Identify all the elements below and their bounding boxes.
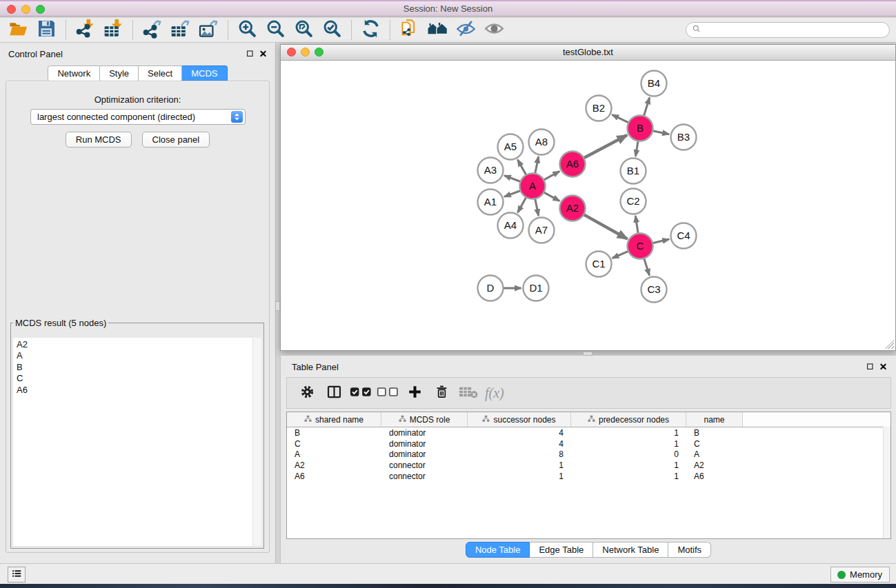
tab-network[interactable]: Network — [48, 65, 100, 82]
network-zoom-button[interactable] — [315, 48, 323, 57]
run-mcds-button[interactable]: Run MCDS — [66, 132, 132, 148]
graph-node-A7[interactable]: A7 — [529, 218, 555, 243]
zoom-in-button[interactable] — [233, 19, 261, 41]
graph-node-A1[interactable]: A1 — [478, 190, 504, 215]
graph-node-A[interactable]: A — [520, 174, 546, 199]
graph-edge-A-A5[interactable] — [518, 160, 526, 175]
graph-edge-C-C4[interactable] — [653, 239, 669, 243]
close-panel-icon[interactable] — [259, 49, 267, 59]
float-panel-icon[interactable] — [246, 49, 254, 59]
refresh-network-button[interactable] — [357, 19, 385, 41]
close-window-button[interactable] — [7, 5, 16, 14]
table-row[interactable]: A2connector11A2 — [287, 460, 890, 471]
graph-node-D[interactable]: D — [478, 276, 504, 301]
graph-edge-A-A7[interactable] — [535, 199, 539, 216]
network-from-file-button[interactable] — [395, 19, 424, 41]
home-view-button[interactable] — [424, 19, 452, 41]
network-window-titlebar[interactable]: testGlobe.txt — [281, 45, 895, 61]
column-header-MCDS-role[interactable]: MCDS role — [381, 412, 468, 427]
export-network-button[interactable] — [138, 19, 166, 41]
show-columns-button[interactable] — [321, 381, 348, 405]
mcds-result-list[interactable]: A2ABCA6 — [13, 338, 253, 546]
deselect-all-rows-button[interactable] — [375, 381, 401, 405]
graph-edge-A2-C[interactable] — [584, 214, 627, 239]
memory-button[interactable]: Memory — [830, 567, 890, 582]
tab-motifs[interactable]: Motifs — [668, 542, 711, 558]
graph-edge-A-A2[interactable] — [544, 192, 559, 201]
graph-edge-B-B4[interactable] — [644, 98, 649, 116]
search-input[interactable] — [701, 25, 884, 36]
graph-node-A4[interactable]: A4 — [498, 213, 524, 239]
show-graphics-details-button[interactable] — [480, 19, 508, 41]
graph-edge-A-A3[interactable] — [504, 176, 521, 182]
graph-node-C2[interactable]: C2 — [621, 189, 646, 214]
import-table-button[interactable] — [99, 19, 128, 41]
zoom-fit-button[interactable] — [290, 19, 318, 41]
minimize-window-button[interactable] — [21, 5, 30, 14]
table-row[interactable]: A6connector11A6 — [287, 471, 890, 482]
export-table-button[interactable] — [166, 19, 195, 41]
graph-edge-B-B1[interactable] — [635, 141, 638, 156]
optimization-criterion-select[interactable]: largest connected component (directed) — [30, 109, 246, 125]
graph-edge-A6-B[interactable] — [584, 135, 627, 158]
graph-node-A8[interactable]: A8 — [529, 130, 555, 155]
close-panel-icon[interactable] — [879, 362, 887, 372]
delete-table-button[interactable] — [455, 381, 482, 405]
graph-edge-C-C1[interactable] — [613, 251, 628, 258]
graph-edge-B-B3[interactable] — [653, 131, 669, 134]
save-session-button[interactable] — [32, 19, 61, 41]
tab-node-table[interactable]: Node Table — [466, 542, 530, 558]
import-network-button[interactable] — [71, 19, 99, 41]
tab-edge-table[interactable]: Edge Table — [530, 542, 593, 558]
close-panel-button[interactable]: Close panel — [142, 132, 210, 148]
apply-function-button[interactable]: f(x) — [482, 385, 504, 401]
graph-node-C[interactable]: C — [628, 234, 653, 259]
graph-node-B2[interactable]: B2 — [586, 96, 612, 121]
graph-edge-C-C2[interactable] — [635, 216, 638, 234]
network-minimize-button[interactable] — [301, 48, 310, 57]
column-header-name[interactable]: name — [686, 412, 743, 427]
graph-node-B3[interactable]: B3 — [671, 125, 697, 150]
graph-node-B4[interactable]: B4 — [641, 71, 667, 97]
graph-node-A3[interactable]: A3 — [478, 158, 504, 183]
graph-node-B[interactable]: B — [628, 116, 653, 141]
graph-node-A6[interactable]: A6 — [560, 152, 586, 177]
graph-edge-A-A8[interactable] — [535, 156, 539, 174]
network-canvas[interactable]: B4B2BB3A5A8A6B1A3AC2A1A2A4A7C4CC1C3DD1 — [281, 61, 895, 350]
column-header-predecessor-nodes[interactable]: predecessor nodes — [571, 412, 686, 427]
graph-node-A5[interactable]: A5 — [498, 134, 524, 160]
graph-edge-A-A6[interactable] — [544, 171, 559, 180]
graph-node-A2[interactable]: A2 — [560, 196, 586, 221]
graph-node-C1[interactable]: C1 — [586, 252, 612, 277]
tab-select[interactable]: Select — [139, 65, 182, 82]
graph-edge-B-B2[interactable] — [612, 114, 628, 123]
graph-node-D1[interactable]: D1 — [524, 276, 549, 301]
column-header-successor-nodes[interactable]: successor nodes — [468, 412, 571, 427]
float-panel-icon[interactable] — [866, 362, 874, 372]
graph-node-C3[interactable]: C3 — [641, 277, 667, 303]
zoom-out-button[interactable] — [261, 19, 290, 41]
search-field[interactable] — [686, 22, 890, 38]
graph-node-C4[interactable]: C4 — [671, 223, 697, 249]
show-panels-button[interactable] — [8, 567, 26, 582]
select-all-rows-button[interactable] — [348, 381, 375, 405]
divider-handle[interactable] — [275, 301, 280, 311]
table-row[interactable]: Cdominator41C — [287, 438, 890, 449]
table-row[interactable]: Bdominator41B — [287, 427, 890, 438]
table-scrollbar[interactable] — [883, 427, 890, 538]
column-header-shared-name[interactable]: shared name — [287, 412, 381, 427]
table-row[interactable]: Adominator80A — [287, 449, 890, 460]
table-settings-button[interactable] — [294, 381, 321, 405]
graph-edge-C-C3[interactable] — [644, 258, 650, 276]
export-image-button[interactable] — [195, 19, 223, 41]
graph-node-B1[interactable]: B1 — [621, 159, 646, 184]
graph-edge-A-A1[interactable] — [504, 191, 521, 197]
network-close-button[interactable] — [287, 48, 296, 57]
open-session-button[interactable] — [4, 19, 32, 41]
add-row-button[interactable] — [401, 381, 428, 405]
graph-edge-A-A4[interactable] — [518, 197, 526, 212]
zoom-selected-button[interactable] — [318, 19, 346, 41]
zoom-window-button[interactable] — [36, 5, 45, 14]
tab-network-table[interactable]: Network Table — [593, 542, 668, 558]
hide-graphics-details-button[interactable] — [452, 19, 480, 41]
